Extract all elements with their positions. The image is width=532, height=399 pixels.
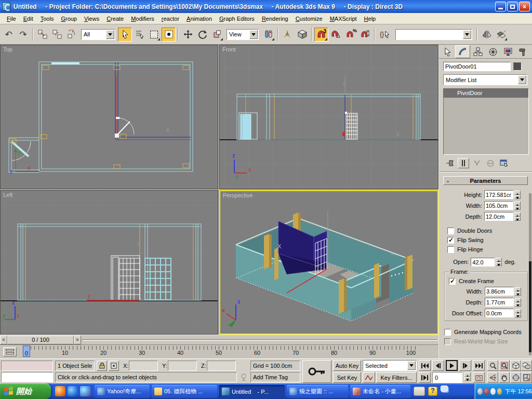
use-center-icon[interactable] bbox=[261, 28, 275, 42]
open-spinner[interactable] bbox=[496, 258, 502, 266]
media-player-quicklaunch-icon[interactable] bbox=[55, 386, 65, 396]
help-question-icon[interactable]: ? bbox=[428, 387, 437, 396]
set-keys-button[interactable] bbox=[302, 360, 331, 383]
close-button[interactable]: × bbox=[519, 2, 530, 11]
modifier-list-dropdown[interactable]: Modifier List bbox=[443, 74, 527, 85]
task-yahoo[interactable]: Yahoo!奇摩... bbox=[95, 385, 150, 398]
key-filters-button[interactable]: Key Filters... bbox=[376, 372, 417, 383]
dropdown-arrow-icon[interactable] bbox=[407, 361, 416, 370]
cascade-windows-icon[interactable] bbox=[441, 385, 448, 392]
depth-spinner[interactable] bbox=[514, 212, 521, 221]
width-spinner[interactable] bbox=[514, 202, 521, 210]
maximize-viewport-toggle-icon[interactable] bbox=[521, 372, 532, 383]
named-selection-sets-icon[interactable]: {} bbox=[377, 28, 393, 42]
bind-spacewarp-icon[interactable] bbox=[64, 28, 78, 42]
menu-help[interactable]: Help bbox=[361, 14, 380, 23]
ie-quicklaunch-icon[interactable] bbox=[68, 386, 78, 396]
track-bar[interactable]: 0 10 20 30 40 50 60 70 80 90 100 bbox=[0, 344, 438, 358]
menu-maxscript[interactable]: MAXScript bbox=[326, 14, 361, 23]
tab-utilities[interactable] bbox=[516, 45, 531, 58]
minimize-button[interactable] bbox=[495, 2, 506, 11]
frame-spinner[interactable] bbox=[464, 373, 471, 381]
field-of-view-icon[interactable] bbox=[487, 372, 498, 383]
task-wolf-forum[interactable]: 狼之樂園 :: ... bbox=[287, 385, 348, 398]
time-slider[interactable]: 0 / 100 bbox=[7, 336, 74, 344]
configure-modifier-sets-icon[interactable] bbox=[498, 158, 510, 168]
zoom-extents-icon[interactable] bbox=[510, 360, 521, 371]
app-tray-icon[interactable] bbox=[497, 388, 502, 395]
flip-hinge-checkbox[interactable] bbox=[447, 246, 454, 253]
pin-stack-icon[interactable] bbox=[444, 158, 456, 168]
height-spinner[interactable] bbox=[514, 191, 521, 199]
unlink-icon[interactable] bbox=[50, 28, 64, 42]
menu-modifiers[interactable]: Modifiers bbox=[127, 14, 158, 23]
selection-lock-icon[interactable] bbox=[97, 361, 107, 371]
set-key-button[interactable]: Set Key bbox=[333, 372, 361, 383]
generate-mapping-checkbox[interactable] bbox=[444, 329, 451, 336]
top-viewport-label[interactable]: Top bbox=[3, 46, 12, 52]
key-filter-dropdown[interactable]: Selected bbox=[363, 360, 417, 371]
frame-depth-field[interactable]: 1.77cm bbox=[485, 298, 514, 307]
dropdown-arrow-icon[interactable] bbox=[106, 30, 114, 39]
dropdown-arrow-icon[interactable] bbox=[518, 75, 526, 84]
angle-snap-icon[interactable] bbox=[329, 28, 343, 42]
left-viewport[interactable]: Left bbox=[0, 190, 218, 335]
modifier-stack[interactable]: PivotDoor bbox=[443, 88, 529, 155]
start-button[interactable]: 開始 bbox=[0, 383, 51, 399]
reference-coordinate-dropdown[interactable]: View bbox=[227, 29, 259, 40]
snap-toggle-3d-icon[interactable]: 3 bbox=[314, 28, 328, 42]
menu-rendering[interactable]: Rendering bbox=[258, 14, 292, 23]
frame-depth-spinner[interactable] bbox=[515, 298, 521, 307]
add-time-tag[interactable]: Add Time Tag bbox=[250, 372, 300, 382]
current-frame-marker[interactable]: 0 bbox=[23, 345, 30, 357]
frame-number-field[interactable]: 0 bbox=[432, 372, 462, 383]
select-by-name-icon[interactable] bbox=[132, 28, 147, 42]
time-slider-track[interactable] bbox=[82, 339, 437, 341]
auto-key-button[interactable]: Auto Key bbox=[333, 360, 361, 371]
absolute-mode-icon[interactable] bbox=[109, 361, 119, 371]
modifier-stack-item[interactable]: PivotDoor bbox=[444, 89, 528, 98]
previous-frame-icon[interactable] bbox=[432, 360, 444, 371]
restore-button[interactable] bbox=[507, 2, 518, 11]
menu-file[interactable]: File bbox=[3, 14, 20, 23]
command-panel-scrollbar[interactable] bbox=[529, 193, 531, 355]
volume-tray-icon[interactable] bbox=[477, 388, 483, 395]
default-in-out-tangent-icon[interactable] bbox=[363, 372, 375, 383]
tab-display[interactable] bbox=[501, 45, 516, 58]
object-color-swatch[interactable] bbox=[513, 62, 522, 71]
perspective-viewport[interactable]: Perspective bbox=[219, 190, 438, 335]
window-crossing-icon[interactable] bbox=[162, 28, 176, 42]
tab-create[interactable] bbox=[440, 45, 455, 58]
select-and-manipulate-icon[interactable] bbox=[281, 28, 295, 42]
mini-curve-editor-icon[interactable] bbox=[3, 347, 17, 356]
width-field[interactable]: 105.0cm bbox=[484, 201, 513, 210]
undo-icon[interactable]: ↶ bbox=[2, 28, 16, 42]
make-unique-icon[interactable] bbox=[471, 158, 483, 168]
door-offset-spinner[interactable] bbox=[515, 309, 521, 317]
next-frame-button[interactable]: > bbox=[74, 336, 81, 344]
keyboard-override-icon[interactable] bbox=[295, 28, 309, 42]
tab-modify[interactable] bbox=[455, 45, 470, 58]
maxscript-listener-white[interactable] bbox=[1, 372, 53, 382]
tab-motion[interactable] bbox=[486, 45, 501, 58]
task-folder-05[interactable]: 05. 牆與植物 ... bbox=[152, 385, 217, 398]
zoom-icon[interactable] bbox=[487, 360, 498, 371]
previous-frame-button[interactable]: < bbox=[0, 336, 7, 344]
menu-edit[interactable]: Edit bbox=[20, 14, 37, 23]
time-configuration-icon[interactable] bbox=[473, 372, 485, 383]
frame-width-field[interactable]: 3.86cm bbox=[485, 287, 514, 296]
front-viewport-label[interactable]: Front bbox=[222, 46, 236, 52]
play-button[interactable] bbox=[446, 360, 458, 371]
redo-icon[interactable]: ↷ bbox=[16, 28, 30, 42]
scrollbar-thumb[interactable] bbox=[529, 261, 531, 352]
menu-reactor[interactable]: reactor bbox=[158, 14, 183, 23]
key-mode-toggle-icon[interactable] bbox=[419, 372, 431, 383]
top-viewport[interactable]: Top bbox=[0, 45, 218, 189]
remove-modifier-icon[interactable] bbox=[485, 158, 496, 168]
menu-group[interactable]: Group bbox=[57, 14, 81, 23]
parameters-rollout[interactable]: - Parameters bbox=[443, 176, 528, 185]
zoom-extents-all-icon[interactable] bbox=[521, 360, 532, 371]
rectangular-selection-region-icon[interactable] bbox=[147, 28, 161, 42]
select-and-rotate-icon[interactable] bbox=[195, 28, 209, 42]
left-viewport-label[interactable]: Left bbox=[3, 192, 12, 198]
